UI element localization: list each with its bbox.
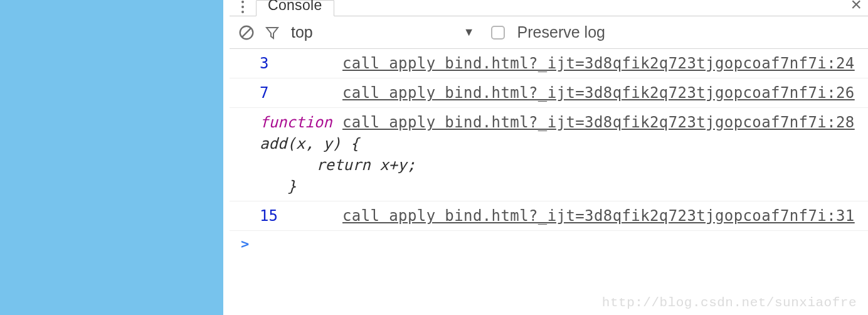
- log-row: function call apply bind.html?_ijt=3d8qf…: [230, 108, 868, 201]
- tab-label: Console: [268, 1, 322, 9]
- devtools-panel: Console × top ▼ Preserve log: [230, 0, 868, 315]
- close-icon[interactable]: ×: [850, 0, 862, 14]
- log-source: call apply bind.html?_ijt=3d8qfik2q723tj…: [342, 53, 860, 74]
- svg-line-1: [242, 28, 251, 36]
- code-line: }: [260, 176, 860, 197]
- chevron-down-icon: ▼: [463, 26, 475, 39]
- context-label: top: [291, 23, 313, 41]
- log-source: call apply bind.html?_ijt=3d8qfik2q723tj…: [342, 205, 860, 227]
- log-row: 7 call apply bind.html?_ijt=3d8qfik2q723…: [230, 78, 868, 108]
- console-prompt[interactable]: >: [230, 231, 868, 252]
- log-source: call apply bind.html?_ijt=3d8qfik2q723tj…: [342, 112, 860, 133]
- context-selector[interactable]: top ▼: [291, 23, 475, 41]
- code-line: return x+y;: [260, 154, 860, 176]
- panel-gutter: [223, 0, 230, 315]
- source-link[interactable]: call apply bind.html?_ijt=3d8qfik2q723tj…: [342, 207, 855, 225]
- log-row: 15 call apply bind.html?_ijt=3d8qfik2q72…: [230, 201, 868, 231]
- log-row: 3 call apply bind.html?_ijt=3d8qfik2q723…: [230, 49, 868, 78]
- prompt-caret: >: [241, 236, 249, 252]
- log-source: call apply bind.html?_ijt=3d8qfik2q723tj…: [342, 82, 860, 104]
- watermark: http://blog.csdn.net/sunxiaofre: [602, 296, 857, 310]
- log-continuation: add(x, y) { return x+y; }: [237, 133, 860, 197]
- source-link[interactable]: call apply bind.html?_ijt=3d8qfik2q723tj…: [342, 84, 855, 102]
- log-message: 15: [255, 205, 342, 227]
- preserve-log-checkbox[interactable]: [491, 26, 505, 40]
- page-content-panel: [0, 0, 223, 315]
- console-log: 3 call apply bind.html?_ijt=3d8qfik2q723…: [230, 49, 868, 315]
- log-message: 3: [255, 53, 342, 74]
- log-message: 7: [255, 82, 342, 104]
- filter-icon[interactable]: [265, 25, 280, 40]
- more-menu-button[interactable]: [230, 0, 256, 14]
- devtools-tabbar: Console ×: [230, 0, 868, 16]
- code-line: add(x, y) {: [260, 133, 860, 154]
- console-toolbar: top ▼ Preserve log: [230, 16, 868, 49]
- source-link[interactable]: call apply bind.html?_ijt=3d8qfik2q723tj…: [342, 114, 855, 131]
- tab-console[interactable]: Console: [256, 0, 334, 16]
- clear-console-icon[interactable]: [238, 24, 255, 41]
- source-link[interactable]: call apply bind.html?_ijt=3d8qfik2q723tj…: [342, 55, 855, 72]
- preserve-log-label: Preserve log: [517, 23, 605, 41]
- log-message: function: [255, 112, 342, 133]
